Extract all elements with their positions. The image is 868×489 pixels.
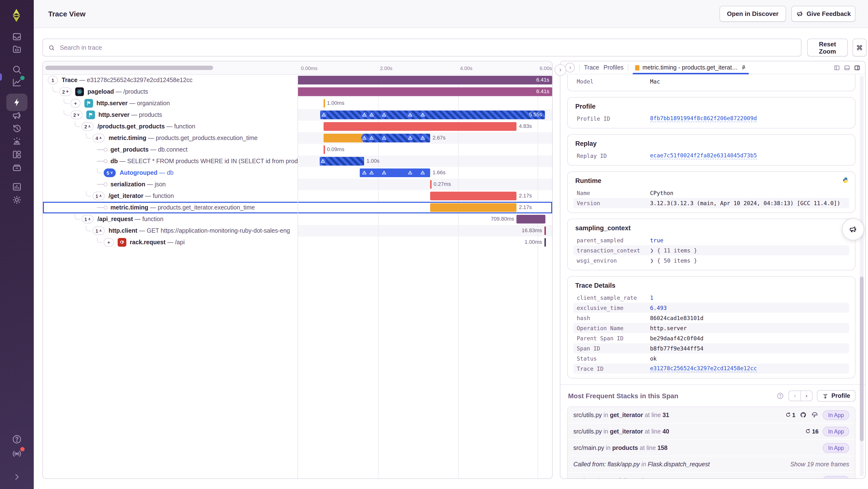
span-bar-cell[interactable]: 0.09ms (298, 144, 553, 155)
expand-badge[interactable]: 5∨ (104, 169, 116, 177)
expand-badge[interactable]: 1∧ (93, 226, 105, 235)
warning-icon[interactable] (419, 112, 426, 118)
span-bar-cell[interactable]: 709.80ms (298, 213, 553, 225)
warning-icon[interactable] (320, 112, 327, 118)
expand-badge[interactable]: 1∧ (93, 192, 105, 200)
kv-value[interactable]: e31278c256524c3297e2cd12458e12cc (650, 365, 757, 372)
reset-zoom-button[interactable]: Reset Zoom (807, 39, 848, 56)
shortcut-button[interactable]: ⌘ (852, 39, 867, 56)
help-icon[interactable] (776, 392, 784, 400)
layout-bottom-icon[interactable] (844, 64, 850, 71)
in-app-badge[interactable]: In App (823, 443, 849, 453)
warning-icon[interactable] (381, 135, 387, 141)
expand-badge[interactable]: + (104, 238, 114, 247)
warning-icon[interactable] (319, 158, 326, 164)
expand-chevron-icon[interactable]: ❯ (650, 258, 654, 263)
span-bar[interactable] (545, 238, 546, 247)
warning-icon[interactable] (381, 112, 387, 118)
layout-left-icon[interactable] (834, 64, 840, 71)
tab-active-span[interactable]: metric.timing - products.get_iterat… (633, 61, 749, 74)
sidebar-item-settings-gear[interactable] (6, 191, 28, 208)
prev-stack-button[interactable] (788, 391, 801, 401)
expand-badge[interactable]: 4∧ (93, 134, 105, 142)
open-in-discover-button[interactable]: Open in Discover (719, 6, 786, 22)
expand-chevron-icon[interactable]: ❯ (650, 248, 654, 253)
span-bar[interactable] (320, 157, 364, 166)
in-app-badge[interactable]: In App (823, 427, 849, 436)
tab-profiles[interactable]: Profiles (603, 64, 623, 71)
span-bar[interactable] (298, 76, 552, 84)
span-bar-cell[interactable]: 2.17s (298, 202, 553, 213)
expand-badge[interactable]: + (70, 99, 81, 108)
span-bar-cell[interactable]: 1.00s (298, 155, 553, 167)
span-bar-cell[interactable]: 1.00ms (298, 97, 553, 109)
refresh-icon[interactable] (785, 412, 791, 418)
warning-icon[interactable] (368, 169, 374, 176)
span-bar-cell[interactable]: 16.83ms (298, 225, 553, 236)
kv-value[interactable]: 8fb7bb1891994f8c862f206e8722009d (650, 115, 757, 122)
expand-badge[interactable]: 2∨ (70, 111, 83, 119)
span-bar-cell[interactable]: 5.55s (298, 109, 553, 121)
github-icon[interactable] (800, 411, 807, 419)
span-bar-cell[interactable]: 2.67s (298, 132, 553, 144)
umbrella-icon[interactable] (811, 411, 818, 419)
span-bar-cell[interactable]: 1.66s (298, 167, 553, 179)
warning-icon[interactable] (407, 135, 413, 141)
sidebar-item-insights[interactable] (6, 74, 28, 91)
expand-badge[interactable]: 2+ (59, 87, 72, 96)
warning-icon[interactable] (368, 112, 374, 118)
sidebar-item-releases-archive[interactable] (6, 159, 28, 176)
span-bar[interactable] (430, 192, 517, 200)
expand-badge[interactable]: 1∧ (82, 215, 94, 224)
span-bar[interactable] (517, 215, 546, 224)
give-feedback-button[interactable]: Give Feedback (791, 6, 856, 22)
sentry-logo-icon[interactable] (6, 5, 27, 26)
span-bar[interactable] (545, 226, 546, 235)
warning-icon[interactable] (381, 169, 387, 176)
floating-feedback-button[interactable] (842, 218, 864, 240)
sidebar-item-whats-new-broadcast[interactable] (6, 445, 28, 462)
refresh-icon[interactable] (805, 428, 811, 434)
warning-icon[interactable] (419, 135, 426, 141)
profile-button[interactable]: Profile (817, 390, 856, 402)
sidebar-item-collapse-sidebar[interactable] (6, 468, 28, 486)
tab-trace[interactable]: Trace (584, 64, 599, 71)
layout-right-icon[interactable] (854, 64, 860, 71)
expand-badge[interactable]: 1 (48, 76, 58, 84)
span-bar[interactable] (320, 111, 545, 119)
warning-icon[interactable] (361, 112, 367, 118)
span-bar-cell[interactable]: 2.17s (298, 190, 553, 202)
show-more-frames-link[interactable]: Show 19 more frames (790, 461, 849, 467)
warning-icon[interactable] (368, 135, 374, 141)
span-bar-cell[interactable]: 4.83s (298, 121, 553, 132)
horizontal-scrollbar[interactable] (45, 66, 213, 70)
next-stack-button[interactable] (801, 391, 812, 401)
span-bar[interactable] (430, 203, 517, 212)
span-bar[interactable] (298, 87, 552, 96)
span-bar[interactable] (323, 122, 517, 131)
panel-collapse-icon[interactable] (555, 64, 566, 76)
column-divider[interactable] (298, 61, 298, 479)
kv-value[interactable]: ecae7c51f0024f2fa82e6314045d73b5 (650, 152, 757, 159)
sidebar-item-projects[interactable] (6, 40, 28, 58)
span-bar[interactable] (323, 99, 325, 108)
warning-icon[interactable] (361, 169, 367, 176)
expand-badge[interactable]: 2∧ (82, 122, 94, 131)
span-bar[interactable] (430, 180, 431, 189)
in-app-badge[interactable]: In App (823, 410, 849, 420)
span-bar-cell[interactable]: 0.27ms (298, 179, 553, 190)
drawer-chevron-icon[interactable] (565, 63, 575, 73)
pin-icon[interactable] (741, 65, 746, 70)
warning-icon[interactable] (407, 169, 413, 176)
span-bar-cell[interactable]: 6.41s (298, 74, 553, 86)
span-bar[interactable] (323, 134, 363, 142)
span-bar[interactable] (323, 145, 325, 154)
in-app-badge[interactable]: In App (823, 476, 849, 479)
warning-icon[interactable] (419, 169, 426, 176)
warning-icon[interactable] (407, 112, 413, 118)
span-bar-cell[interactable]: 6.41s (298, 86, 553, 97)
span-bar-cell[interactable]: 1.00ms (298, 236, 553, 248)
search-input[interactable] (59, 44, 796, 52)
details-scrollbar[interactable] (860, 277, 864, 441)
warning-icon[interactable] (361, 135, 367, 141)
